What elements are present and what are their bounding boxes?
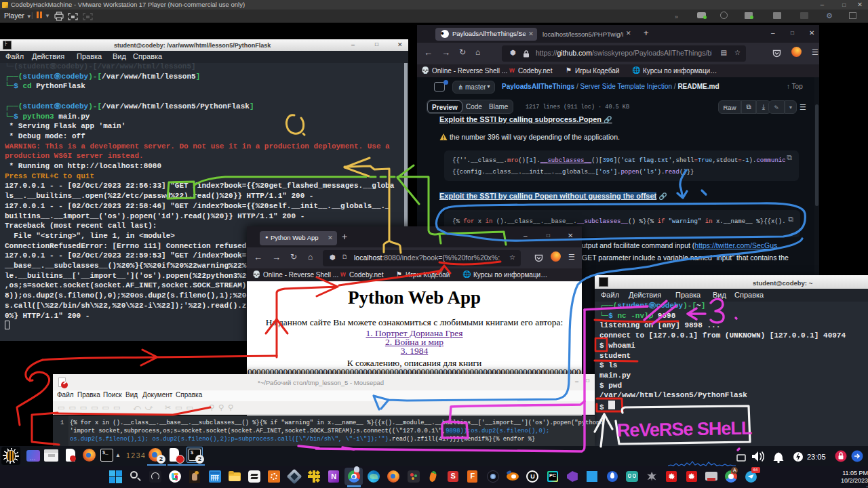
svg-text:23:05: 23:05	[807, 453, 826, 461]
